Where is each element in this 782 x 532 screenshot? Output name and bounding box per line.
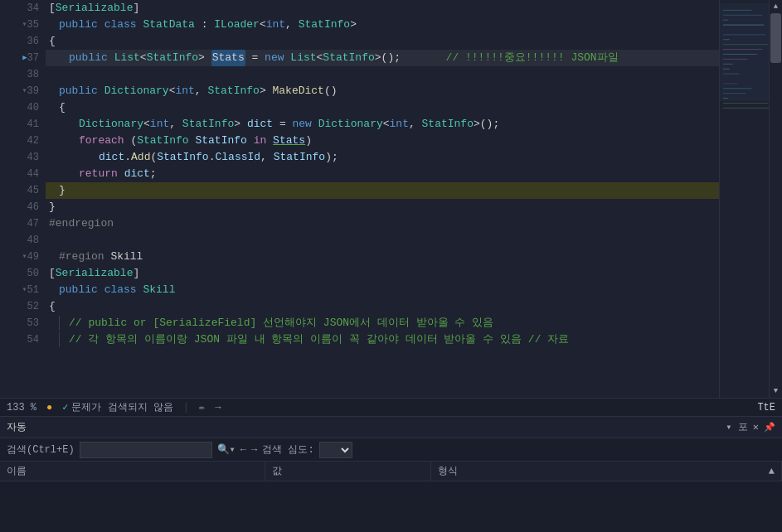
gutter-line-54: 54 <box>0 331 39 348</box>
gutter-line-47: 47 <box>0 215 39 232</box>
status-check-area: ✓ 문제가 검색되지 않음 <box>62 400 173 414</box>
code-line-54: // 각 항목의 이름이랑 JSON 파일 내 항목의 이름이 꼭 같아야 데이… <box>46 331 769 348</box>
status-bar: 133 % ● ✓ 문제가 검색되지 않음 | ✏ → TtE <box>0 398 782 416</box>
minimap <box>719 0 769 398</box>
auto-panel-header: 자동 ▾ 포 ✕ 📌 <box>0 417 782 438</box>
col-name-label: 이름 <box>7 464 27 478</box>
search-input[interactable] <box>80 442 212 458</box>
search-row: 검색(Ctrl+E) 🔍▾ ← → 검색 심도: <box>0 438 782 462</box>
editor-container: 34 ▾35 36 💡 ▶ 37 38 ▾39 40 41 42 43 44 ◀… <box>0 0 782 532</box>
auto-panel-title: 자동 <box>7 420 27 434</box>
code-line-41: Dictionary<int, StatInfo> dict = new Dic… <box>46 116 769 133</box>
code-lines[interactable]: [Serializable] public class StatData : I… <box>46 0 769 398</box>
panel-close-icon[interactable]: ✕ <box>753 421 759 433</box>
gutter-line-44: 44 <box>0 166 39 182</box>
code-line-34: [Serializable] <box>46 0 769 17</box>
col-value-header: 값 <box>265 462 431 481</box>
gutter-line-46: 46 <box>0 199 39 215</box>
code-line-48 <box>46 232 769 249</box>
status-pencil-icon: ✏ <box>199 401 205 414</box>
gutter-line-53: 53 <box>0 315 39 331</box>
svg-rect-19 <box>723 108 769 109</box>
gutter-line-34: 34 <box>0 0 39 17</box>
code-line-52: { <box>46 298 769 315</box>
search-depth-select[interactable] <box>319 442 352 458</box>
gutter-line-38: 38 <box>0 66 39 83</box>
editor-area[interactable]: 34 ▾35 36 💡 ▶ 37 38 ▾39 40 41 42 43 44 ◀… <box>0 0 782 398</box>
search-prev-btn[interactable]: ← <box>240 444 246 456</box>
gutter-line-49: ▾49 <box>0 249 39 265</box>
gutter-line-42: 42 <box>0 133 39 149</box>
panel-pin-icon[interactable]: 📌 <box>764 422 775 433</box>
auto-panel-title-area: 자동 <box>7 420 27 434</box>
gutter-line-52: 52 <box>0 298 39 315</box>
svg-rect-20 <box>720 3 769 101</box>
col-name-header: 이름 <box>0 462 265 481</box>
pin-dropdown-icon[interactable]: ▾ 포 <box>726 420 747 434</box>
gutter-line-43: 43 <box>0 149 39 166</box>
code-line-51: public class Skill <box>46 282 769 298</box>
search-next-btn[interactable]: → <box>251 444 257 456</box>
search-icon-btn[interactable]: 🔍▾ <box>217 443 236 456</box>
status-divider: | <box>183 402 189 414</box>
status-dot: ● <box>46 402 52 414</box>
status-message: 문제가 검색되지 않음 <box>71 400 172 414</box>
code-line-42: foreach (StatInfo StatInfo in Stats) <box>46 133 769 149</box>
code-line-35: public class StatData : ILoader<int, Sta… <box>46 17 769 33</box>
code-line-49: #region Skill <box>46 249 769 265</box>
gutter-line-41: 41 <box>0 116 39 133</box>
line-gutter: 34 ▾35 36 💡 ▶ 37 38 ▾39 40 41 42 43 44 ◀… <box>0 0 46 398</box>
gutter-line-40: 40 <box>0 99 39 116</box>
code-line-45: } <box>46 182 769 199</box>
scrollbar-down-arrow[interactable]: ▼ <box>770 384 782 398</box>
code-line-50: [Serializable] <box>46 265 769 282</box>
svg-rect-18 <box>723 103 768 104</box>
gutter-line-39: ▾39 <box>0 83 39 99</box>
gutter-line-45: ◀ 45 <box>0 182 39 199</box>
scrollbar-up-arrow[interactable]: ▲ <box>770 0 782 13</box>
gutter-line-51: ▾51 <box>0 282 39 298</box>
auto-table-header: 이름 값 형식 ▲ <box>0 462 782 481</box>
scrollbar-thumb[interactable] <box>770 13 781 63</box>
vertical-scrollbar[interactable]: ▲ ▼ <box>769 0 782 398</box>
gutter-line-35: ▾35 <box>0 17 39 33</box>
search-depth-label: 검색 심도: <box>262 443 313 457</box>
code-line-36: { <box>46 33 769 50</box>
auto-table-body[interactable] <box>0 481 782 532</box>
code-line-38 <box>46 66 769 83</box>
code-line-40: { <box>46 99 769 116</box>
check-icon: ✓ <box>62 401 68 414</box>
gutter-line-48: 48 <box>0 232 39 249</box>
search-label: 검색(Ctrl+E) <box>7 443 75 457</box>
code-line-46: } <box>46 199 769 215</box>
status-dot-icon: ● <box>46 402 52 414</box>
zoom-value: 133 % <box>7 402 36 414</box>
col-type-header: 형식 ▲ <box>431 462 782 481</box>
code-line-43: dict.Add(StatInfo.ClassId, StatInfo); <box>46 149 769 166</box>
gutter-line-50: 50 <box>0 265 39 282</box>
status-right-icons: TtE <box>757 402 775 414</box>
col-type-label: 형식 <box>438 464 458 478</box>
code-line-37: public List<StatInfo> Stats = new List<S… <box>46 50 769 66</box>
col-type-sort-icon[interactable]: ▲ <box>769 466 775 477</box>
status-arrow-icon: → <box>215 402 221 414</box>
code-line-47: #endregion <box>46 215 769 232</box>
gutter-line-37: 💡 ▶ 37 <box>0 50 39 66</box>
code-line-53: // public or [SerializeField] 선언해야지 JSON… <box>46 315 769 331</box>
ttte-text: TtE <box>757 402 775 414</box>
code-line-44: return dict; <box>46 166 769 182</box>
status-zoom: 133 % <box>7 402 36 414</box>
auto-panel-controls: ▾ 포 ✕ 📌 <box>726 420 775 434</box>
gutter-line-36: 36 <box>0 33 39 50</box>
col-value-label: 값 <box>272 464 282 478</box>
auto-panel: 자동 ▾ 포 ✕ 📌 검색(Ctrl+E) 🔍▾ ← → 검색 심도: 이름 <box>0 416 782 532</box>
code-line-39: public Dictionary<int, StatInfo> MakeDic… <box>46 83 769 99</box>
